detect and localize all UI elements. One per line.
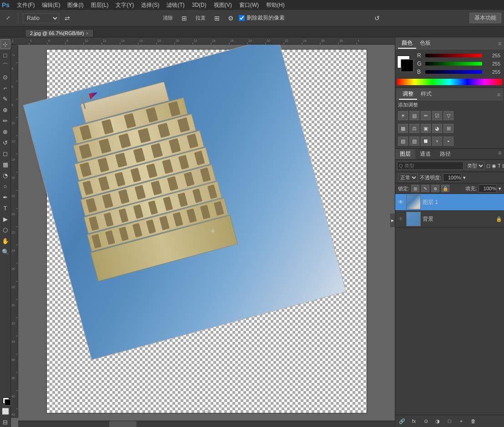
crop-handle-bottom[interactable] (204, 409, 209, 412)
color-spectrum[interactable] (397, 79, 502, 85)
layer-filter-icon2[interactable]: ◉ (492, 161, 496, 170)
tool-pen[interactable]: ✒ (0, 192, 10, 202)
tool-marquee[interactable]: □ (0, 50, 10, 60)
adj-tab[interactable]: 调整 (399, 89, 417, 100)
tool-gradient[interactable]: ▦ (0, 159, 10, 169)
layer-item-0[interactable]: 👁 图层 1 (395, 194, 504, 211)
layer-filter-icon4[interactable]: ⊞ (502, 161, 504, 170)
menu-file[interactable]: 文件(F) (13, 0, 38, 10)
tool-blur[interactable]: ◔ (0, 170, 10, 180)
tool-hand[interactable]: ✋ (0, 236, 10, 246)
tool-screenmode[interactable]: ⊟ (0, 417, 10, 427)
adj-brightness[interactable]: ☀ (398, 111, 408, 120)
clear-button[interactable]: 清除 (160, 13, 176, 23)
g-slider[interactable] (425, 62, 482, 66)
menu-edit[interactable]: 编辑(E) (38, 0, 64, 10)
adj-curves[interactable]: ✏ (421, 111, 431, 120)
menu-view[interactable]: 视图(V) (210, 0, 236, 10)
swatches-tab[interactable]: 色板 (416, 38, 434, 49)
layer-visibility-0[interactable]: 👁 (397, 198, 404, 206)
color-panel-menu[interactable]: ≡ (498, 41, 501, 47)
add-mask-icon[interactable]: ⊙ (421, 417, 431, 426)
foreground-bg-color[interactable] (0, 395, 10, 405)
adj-balance[interactable]: ⚖ (409, 124, 419, 133)
layer-filter-icon1[interactable]: ◻ (486, 161, 490, 170)
lock-artboard-icon[interactable]: 🔒 (441, 185, 449, 192)
canvas-viewport[interactable]: + (18, 45, 395, 418)
settings-icon[interactable]: ⚙ (225, 13, 236, 24)
opacity-input[interactable] (443, 173, 461, 182)
layer-type-filter[interactable]: 类型 (465, 162, 485, 170)
style-tab[interactable]: 样式 (417, 89, 435, 100)
delete-crop-checkbox[interactable] (239, 15, 245, 21)
tool-text[interactable]: T (0, 203, 10, 213)
document-tab[interactable]: 2.jpg @ 66.7%(RGB/8#) × (25, 29, 94, 37)
move-tool-icon[interactable]: ⤢ (3, 14, 13, 22)
tool-quickselect[interactable]: ⊙ (0, 72, 10, 82)
menu-select[interactable]: 选择(S) (137, 0, 163, 10)
adj-threshold[interactable]: 🔲 (421, 137, 431, 146)
layer-fx-icon[interactable]: fx (409, 417, 419, 426)
tool-pathselect[interactable]: ▶ (0, 214, 10, 224)
new-layer-icon[interactable]: + (456, 417, 466, 426)
grid-icon2[interactable]: ⊞ (212, 13, 222, 24)
layers-panel-menu[interactable]: ≡ (495, 149, 504, 159)
tool-brush[interactable]: ✏ (0, 116, 10, 126)
b-slider[interactable] (425, 70, 482, 74)
adj-bw[interactable]: ▣ (421, 124, 431, 133)
opacity-arrow[interactable]: ▾ (463, 175, 466, 181)
adj-panel-menu[interactable]: ≡ (497, 92, 500, 98)
lock-position-icon[interactable]: ✎ (421, 185, 429, 192)
tool-crop[interactable]: ⌐ (0, 83, 10, 93)
tool-heal[interactable]: ⊕ (0, 105, 10, 115)
tool-dodge[interactable]: ○ (0, 181, 10, 191)
adj-channel-mixer[interactable]: ⊞ (444, 124, 454, 133)
adj-exposure[interactable]: ☑ (432, 111, 442, 120)
layers-tab[interactable]: 图层 (395, 149, 415, 159)
crop-handle-top[interactable] (204, 51, 209, 53)
tool-move[interactable]: ⊹ (0, 39, 10, 49)
menu-layer[interactable]: 图层(L) (87, 0, 112, 10)
tool-clone[interactable]: ⊗ (0, 127, 10, 137)
tab-close-icon[interactable]: × (86, 31, 89, 36)
adj-vibrance[interactable]: ▦ (398, 124, 408, 133)
layer-filter-icon3[interactable]: T (498, 161, 501, 170)
menu-text[interactable]: 文字(Y) (112, 0, 137, 10)
menu-3d[interactable]: 3D(D) (188, 1, 210, 9)
lock-pixel-icon[interactable]: ⊞ (411, 185, 419, 192)
layer-name-0[interactable]: 图层 1 (423, 198, 502, 206)
new-group-icon[interactable]: □ (444, 417, 454, 426)
menu-help[interactable]: 帮助(H) (262, 0, 288, 10)
ratio-dropdown[interactable]: Ratio (23, 13, 59, 23)
rotate-icon[interactable]: ⇄ (62, 13, 73, 24)
tool-mask[interactable]: ⬜ (0, 406, 10, 416)
undo-icon[interactable]: ↺ (372, 13, 383, 24)
channels-tab[interactable]: 通道 (415, 149, 435, 159)
adj-photo-filter[interactable]: ◕ (432, 124, 442, 133)
adj-hsl[interactable]: ▽ (444, 111, 454, 120)
layer-name-1[interactable]: 背景 (423, 215, 494, 223)
tool-history[interactable]: ↺ (0, 137, 10, 147)
foreground-color-swatch[interactable] (397, 56, 413, 72)
straighten-button[interactable]: 拉直 (192, 13, 209, 23)
basic-function-button[interactable]: 基本功能 (469, 13, 501, 23)
canvas-area[interactable]: 2 4 6 8 10 12 14 16 18 20 22 (11, 37, 395, 427)
adj-select-color[interactable]: × (432, 137, 442, 146)
tool-eyedropper[interactable]: ✎ (0, 94, 10, 104)
layers-search-input[interactable] (397, 162, 464, 170)
fill-input[interactable] (479, 184, 497, 193)
fill-arrow[interactable]: ▾ (499, 186, 501, 192)
menu-filter[interactable]: 滤镜(T) (163, 0, 188, 10)
link-layers-icon[interactable]: 🔗 (397, 417, 407, 426)
tool-shape[interactable]: ⬡ (0, 225, 10, 235)
adj-levels[interactable]: ▤ (409, 111, 419, 120)
tool-lasso[interactable]: ⌒ (0, 61, 10, 71)
delete-layer-icon[interactable]: 🗑 (468, 417, 478, 426)
color-tab[interactable]: 颜色 (398, 38, 416, 49)
blend-mode-select[interactable]: 正常 (398, 173, 418, 182)
scroll-horizontal[interactable] (18, 421, 395, 427)
lock-all-icon[interactable]: ⊕ (431, 185, 439, 192)
adjustment-layer-icon[interactable]: ◑ (433, 417, 443, 426)
paths-tab[interactable]: 路径 (435, 149, 455, 159)
tool-eraser[interactable]: ◻ (0, 148, 10, 158)
